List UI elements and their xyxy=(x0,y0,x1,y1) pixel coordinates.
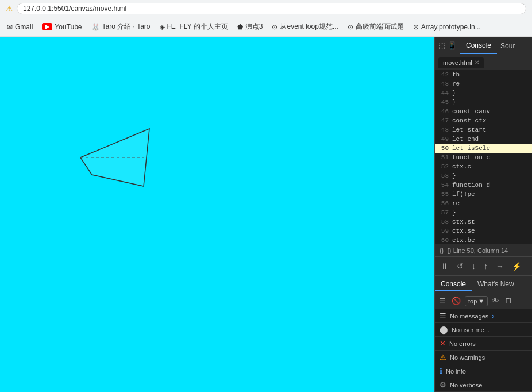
code-line-45: 45 } xyxy=(435,98,532,107)
main-content: ⬚ 📱 Console Sour move.html ✕ 42 th43 re4… xyxy=(0,37,532,392)
line-code: ctx.st xyxy=(452,217,475,226)
line-number: 46 xyxy=(436,107,452,116)
line-code: } xyxy=(452,98,456,107)
error-icon: ✕ xyxy=(440,339,446,348)
line-number: 59 xyxy=(436,226,452,236)
code-line-55: 55 if(!pc xyxy=(435,190,532,199)
code-line-59: 59 ctx.se xyxy=(435,226,532,236)
code-line-56: 56 re xyxy=(435,199,532,208)
line-number: 55 xyxy=(436,190,452,199)
code-line-52: 52 ctx.cl xyxy=(435,162,532,171)
line-number: 42 xyxy=(436,70,452,79)
code-editor[interactable]: 42 th43 re44 }45 }46 const canv47 const … xyxy=(435,70,532,244)
console-msg-4: ℹ No info xyxy=(435,364,532,378)
code-line-44: 44 } xyxy=(435,89,532,98)
line-code: let start xyxy=(452,125,486,134)
msg-text-4: No info xyxy=(446,368,466,375)
eye-icon[interactable]: 👁 xyxy=(490,295,501,306)
line-code: const ctx xyxy=(452,116,486,125)
line-code: } xyxy=(452,171,456,180)
context-dropdown[interactable]: top ▼ xyxy=(465,296,488,306)
list-icon: ☰ xyxy=(440,312,446,320)
github-icon-1: ⊙ xyxy=(272,23,277,31)
code-line-50: 50 let isSele xyxy=(435,144,532,153)
line-number: 44 xyxy=(436,89,452,98)
bookmark-eventloop[interactable]: ⊙ 从event loop规范... xyxy=(268,20,341,33)
step-over-icon[interactable]: ↺ xyxy=(454,260,466,272)
inspect-icon[interactable]: ⬚ xyxy=(438,41,445,50)
console-msg-0: ☰ No messages › xyxy=(435,309,532,323)
code-line-43: 43 re xyxy=(435,79,532,89)
cursor-position: {} Line 50, Column 14 xyxy=(447,247,508,254)
fefly-icon: ◈ xyxy=(160,23,165,31)
msg-text-2: No errors xyxy=(449,340,476,347)
canvas-area xyxy=(0,37,434,392)
line-code: const canv xyxy=(452,107,490,116)
verbose-icon: ⚙ xyxy=(440,381,446,389)
bookmark-array[interactable]: ⊙ Array.prototype.in... xyxy=(410,21,484,33)
url-input[interactable]: 127.0.0.1:5501/canvas/move.html xyxy=(17,3,526,14)
line-code: ctx.cl xyxy=(452,162,475,171)
step-out-icon[interactable]: ↑ xyxy=(481,260,490,272)
line-number: 53 xyxy=(436,171,452,180)
github-icon-2: ⊙ xyxy=(348,23,353,31)
devtools-icon-buttons: ⬚ 📱 xyxy=(435,41,460,50)
line-code: function d xyxy=(452,180,490,190)
line-code: re xyxy=(452,79,460,89)
bookmark-gmail[interactable]: ✉ Gmail xyxy=(3,21,36,33)
dropdown-arrow: ▼ xyxy=(478,298,484,305)
filter-icon[interactable]: Fi xyxy=(503,295,513,306)
msg-text-0: No messages xyxy=(450,313,488,320)
step-into-icon[interactable]: ↓ xyxy=(469,260,478,272)
bookmark-juejin[interactable]: ⬟ 沸点3 xyxy=(234,20,267,33)
bookmark-fefly[interactable]: ◈ FE_FLY 的个人主页 xyxy=(156,20,232,33)
code-line-51: 51 function c xyxy=(435,153,532,162)
code-line-42: 42 th xyxy=(435,70,532,79)
code-line-54: 54 function d xyxy=(435,180,532,190)
line-code: } xyxy=(452,208,456,217)
line-code: function c xyxy=(452,153,490,162)
code-line-60: 60 ctx.be xyxy=(435,236,532,244)
device-icon[interactable]: 📱 xyxy=(448,41,457,50)
console-toolbar: ☰ 🚫 top ▼ 👁 Fi xyxy=(435,293,532,309)
tab-console[interactable]: Console xyxy=(460,38,497,54)
sidebar-icon[interactable]: ☰ xyxy=(437,295,448,306)
devtools-top-tabs: ⬚ 📱 Console Sour xyxy=(435,37,532,55)
pause-icon[interactable]: ⏸ xyxy=(438,260,451,272)
line-number: 58 xyxy=(436,217,452,226)
browser-address-bar: ⚠ 127.0.0.1:5501/canvas/move.html xyxy=(0,0,532,17)
step-icon[interactable]: → xyxy=(494,260,506,272)
bookmark-taro[interactable]: 🐰 Taro 介绍 · Taro xyxy=(88,20,154,33)
github-icon-3: ⊙ xyxy=(413,23,419,31)
line-code: re xyxy=(452,199,460,208)
code-line-46: 46 const canv xyxy=(435,107,532,116)
deactivate-icon[interactable]: ⚡ xyxy=(510,260,524,272)
devtools-panel: ⬚ 📱 Console Sour move.html ✕ 42 th43 re4… xyxy=(434,37,532,392)
line-number: 47 xyxy=(436,116,452,125)
line-code: let end xyxy=(452,134,479,144)
line-number: 43 xyxy=(436,79,452,89)
circle-icon: ⬤ xyxy=(440,325,448,334)
bookmark-frontend[interactable]: ⊙ 高级前端面试题 xyxy=(344,20,407,33)
msg-text-5: No verbose xyxy=(450,382,482,389)
status-bar: {} {} Line 50, Column 14 xyxy=(435,244,532,256)
line-code: if(!pc xyxy=(452,190,475,199)
clear-icon[interactable]: 🚫 xyxy=(450,295,462,306)
file-tab-close[interactable]: ✕ xyxy=(475,59,479,66)
line-number: 57 xyxy=(436,208,452,217)
expand-arrow-0[interactable]: › xyxy=(492,312,494,320)
tab-sources-partial[interactable]: Sour xyxy=(497,39,518,53)
file-tab-label: move.html xyxy=(443,59,472,66)
console-tab-whatsnew[interactable]: What's New xyxy=(472,278,520,291)
youtube-icon xyxy=(42,23,52,30)
file-tab-move-html[interactable]: move.html ✕ xyxy=(438,57,484,68)
line-number: 60 xyxy=(436,236,452,244)
console-tab-console[interactable]: Console xyxy=(435,278,472,291)
bookmarks-bar: ✉ Gmail YouTube 🐰 Taro 介绍 · Taro ◈ FE_FL… xyxy=(0,17,532,37)
bookmark-youtube[interactable]: YouTube xyxy=(38,21,85,33)
line-code: ctx.be xyxy=(452,236,475,244)
line-number: 54 xyxy=(436,180,452,190)
line-code: } xyxy=(452,89,456,98)
console-section: Console What's New ☰ 🚫 top ▼ 👁 Fi ☰ No m… xyxy=(435,275,532,392)
line-number: 52 xyxy=(436,162,452,171)
